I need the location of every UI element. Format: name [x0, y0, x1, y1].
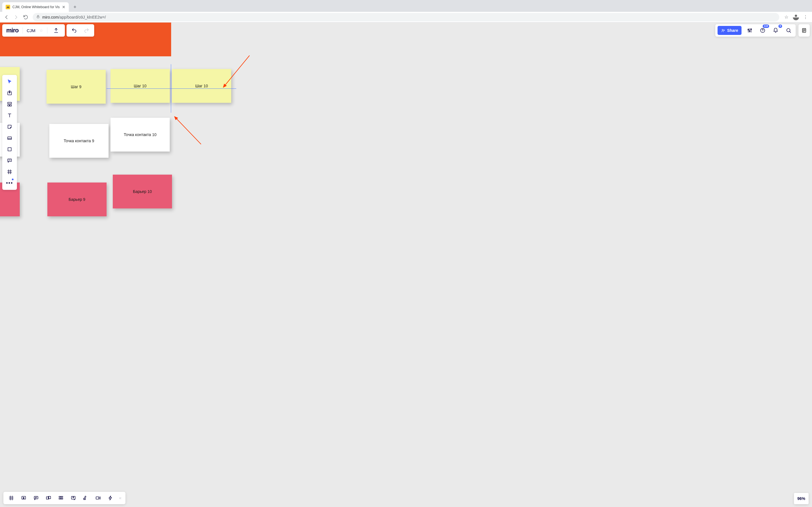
bottom-toolbar: « [3, 492, 125, 504]
miro-logo[interactable]: miro [6, 27, 18, 34]
layout-tool[interactable] [4, 100, 15, 108]
divider [47, 27, 47, 34]
svg-rect-20 [61, 496, 63, 497]
zoom-level[interactable]: 96% [794, 493, 809, 504]
card-text: Барьер 10 [133, 189, 152, 194]
board-info-pill: miro CJM ☆ [2, 24, 65, 37]
help-icon[interactable]: 119 [758, 25, 767, 35]
export-icon[interactable] [51, 25, 61, 35]
svg-rect-19 [59, 496, 61, 497]
card-contact-9[interactable]: Точка контакта 9 [49, 124, 109, 158]
card-barrier-10[interactable]: Барьер 10 [113, 175, 172, 209]
svg-rect-10 [8, 105, 9, 106]
url-text: miro.com/app/board/o9J_klnEE2w=/ [42, 15, 106, 19]
forward-button[interactable] [12, 13, 20, 21]
undo-redo-pill [66, 24, 94, 37]
sticky-note-tool[interactable] [4, 123, 15, 131]
svg-rect-9 [8, 102, 11, 104]
search-icon[interactable] [784, 25, 794, 35]
timer-icon[interactable] [57, 494, 65, 502]
svg-rect-11 [10, 105, 11, 106]
svg-point-3 [749, 31, 750, 32]
svg-rect-22 [61, 498, 63, 499]
video-icon[interactable] [94, 494, 102, 502]
svg-line-25 [223, 55, 250, 87]
bolt-icon[interactable] [107, 494, 114, 502]
frame-tool[interactable] [4, 168, 15, 176]
card-text: Шаг 9 [71, 84, 81, 89]
svg-rect-16 [34, 496, 38, 499]
divider [22, 27, 23, 34]
cards-view-icon[interactable] [45, 494, 52, 502]
tab-title: CJM, Online Whiteboard for Vis [12, 5, 60, 9]
reload-button[interactable] [21, 13, 30, 21]
annotation-arrow-2 [170, 113, 204, 148]
svg-rect-13 [8, 148, 11, 151]
presentation-icon[interactable] [20, 494, 28, 502]
card-text: Барьер 9 [68, 197, 85, 202]
svg-line-26 [174, 117, 201, 144]
collapse-toolbar-icon[interactable]: « [119, 496, 121, 501]
svg-point-4 [751, 29, 751, 30]
redo-button[interactable] [82, 25, 91, 35]
notifications-icon[interactable]: 9 [771, 25, 780, 35]
address-bar[interactable]: miro.com/app/board/o9J_klnEE2w=/ [33, 13, 779, 21]
text-tool[interactable] [4, 112, 15, 119]
card-text: Точка контакта 9 [64, 138, 94, 143]
card-contact-10[interactable]: Точка контакта 10 [110, 118, 170, 152]
svg-rect-0 [37, 16, 39, 18]
canvas[interactable]: г 8 Шаг 9 Шаг 10 Шаг 10 контакта 8 Точка… [0, 22, 812, 507]
more-tools[interactable]: ••• [4, 179, 15, 187]
shape-tool[interactable] [4, 145, 15, 153]
miro-favicon: m [6, 5, 10, 9]
card-step-9[interactable]: Шаг 9 [47, 70, 106, 104]
zoom-value: 96% [797, 496, 805, 501]
browser-tab-active[interactable]: m CJM, Online Whiteboard for Vis ✕ [2, 2, 69, 12]
voting-icon[interactable] [82, 494, 90, 502]
card-text: Точка контакта 10 [124, 132, 156, 137]
card-text: Шаг 10 [195, 83, 208, 88]
top-left-bar: miro CJM ☆ [2, 24, 94, 37]
board-name[interactable]: CJM [27, 28, 36, 33]
lock-icon [36, 15, 40, 19]
card-barrier-9[interactable]: Барьер 9 [47, 182, 107, 216]
share-label: Share [727, 28, 738, 33]
templates-tool[interactable] [4, 89, 15, 97]
profile-avatar[interactable] [792, 13, 800, 21]
new-tab-button[interactable]: + [71, 3, 79, 11]
chat-icon[interactable] [32, 494, 40, 502]
card-step-10a[interactable]: Шаг 10 [110, 69, 170, 103]
help-badge: 119 [763, 24, 769, 28]
bookmark-star-icon[interactable]: ☆ [782, 13, 791, 21]
screen-share-icon[interactable] [69, 494, 77, 502]
settings-icon[interactable] [745, 25, 755, 35]
frames-panel-icon[interactable] [7, 494, 15, 502]
indicator-dot [12, 179, 13, 180]
close-icon[interactable]: ✕ [62, 5, 65, 9]
card-text: Шаг 10 [134, 83, 146, 88]
left-toolbar: ••• [2, 75, 17, 190]
favorite-star-icon[interactable]: ☆ [40, 28, 43, 33]
chrome-menu-icon[interactable]: ⋮ [801, 13, 810, 21]
top-right-group: Share 119 9 [715, 24, 796, 37]
activity-panel-button[interactable] [799, 24, 810, 37]
comment-tool[interactable] [4, 157, 15, 165]
alignment-guide-vertical [171, 64, 171, 113]
svg-point-2 [748, 29, 749, 30]
back-button[interactable] [2, 13, 11, 21]
notif-badge: 9 [778, 24, 782, 28]
svg-point-1 [722, 29, 723, 31]
miro-app: miro CJM ☆ Share [0, 22, 812, 507]
annotation-arrow-1 [220, 54, 251, 92]
browser-tab-strip: m CJM, Online Whiteboard for Vis ✕ + [0, 0, 812, 12]
share-button[interactable]: Share [718, 26, 742, 35]
svg-rect-24 [96, 497, 99, 499]
undo-button[interactable] [69, 25, 79, 35]
alignment-guide-horizontal [107, 89, 236, 89]
svg-rect-21 [59, 498, 61, 499]
select-tool[interactable] [4, 78, 15, 86]
top-right-bar: Share 119 9 [715, 24, 810, 37]
browser-toolbar: miro.com/app/board/o9J_klnEE2w=/ ☆ ⋮ [0, 12, 812, 22]
card-tool[interactable] [4, 134, 15, 142]
svg-rect-12 [8, 137, 11, 139]
